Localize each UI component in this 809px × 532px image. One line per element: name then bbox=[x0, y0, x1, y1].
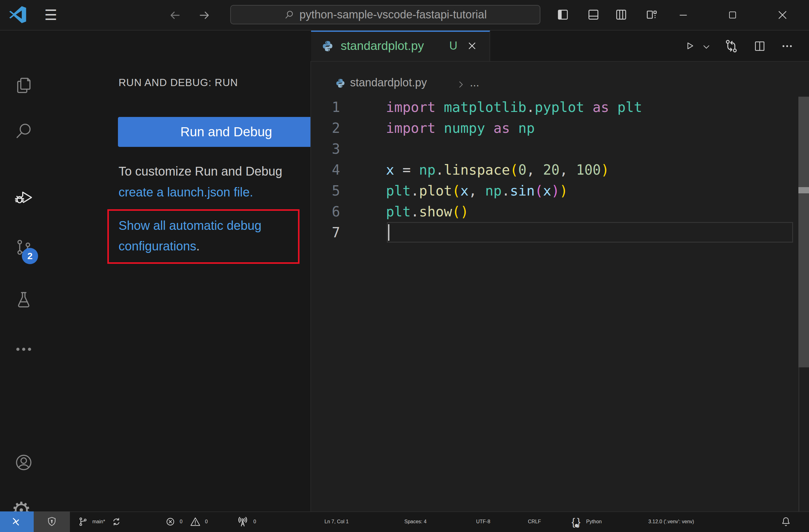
customize-layout-icon[interactable] bbox=[644, 7, 659, 22]
tab-close-icon[interactable] bbox=[467, 40, 477, 51]
additional-views-icon[interactable] bbox=[14, 339, 34, 359]
code-text: x = np.linspace(0, 20, 100) bbox=[386, 162, 609, 178]
accounts-icon[interactable] bbox=[14, 453, 34, 473]
line-number: 6 bbox=[310, 203, 340, 219]
indentation-item[interactable]: Spaces: 4 bbox=[404, 511, 427, 532]
workspace-trust-item[interactable] bbox=[34, 511, 70, 532]
toggle-secondary-sidebar-icon[interactable] bbox=[614, 7, 629, 22]
code-line[interactable]: 2import numpy as np bbox=[310, 118, 809, 139]
python-file-icon bbox=[321, 40, 334, 52]
command-center-search[interactable]: python-sample-vscode-fastapi-tutorial bbox=[230, 5, 540, 24]
code-line[interactable]: 3 bbox=[310, 139, 809, 159]
remote-indicator[interactable] bbox=[0, 511, 34, 532]
text-cursor bbox=[388, 224, 389, 241]
back-icon[interactable] bbox=[169, 9, 182, 22]
encoding-item[interactable]: UTF-8 bbox=[476, 511, 490, 532]
warning-count: 0 bbox=[205, 519, 208, 525]
language-mode-item[interactable]: {} Python bbox=[572, 511, 602, 532]
maximize-button[interactable] bbox=[723, 0, 742, 30]
sidebar-title: RUN AND DEBUG: RUN bbox=[119, 77, 238, 89]
run-and-debug-icon[interactable] bbox=[14, 186, 34, 206]
shield-icon bbox=[46, 516, 58, 528]
language-label: Python bbox=[586, 519, 602, 525]
breadcrumb-chevron-icon bbox=[456, 80, 465, 89]
create-launch-json-link[interactable]: create a launch.json file. bbox=[119, 185, 253, 199]
source-control-badge: 2 bbox=[22, 248, 38, 264]
title-bar: ☰ python-sample-vscode-fastapi-tutorial bbox=[0, 0, 809, 31]
sync-icon bbox=[111, 516, 122, 527]
breadcrumb-python-icon bbox=[335, 78, 346, 89]
run-python-file-icon[interactable] bbox=[684, 40, 696, 52]
code-area[interactable]: 1import matplotlib.pyplot as plt2import … bbox=[310, 97, 809, 243]
toggle-sidebar-icon[interactable] bbox=[556, 7, 570, 22]
tab-modified-indicator: U bbox=[449, 31, 458, 61]
close-button[interactable] bbox=[773, 0, 792, 30]
code-line[interactable]: 1import matplotlib.pyplot as plt bbox=[310, 97, 809, 118]
line-number: 4 bbox=[310, 162, 340, 178]
code-line[interactable]: 6plt.show() bbox=[310, 201, 809, 222]
show-auto-debug-configs-link[interactable]: Show all automatic debug configurations. bbox=[119, 215, 261, 256]
explorer-icon[interactable] bbox=[14, 75, 34, 95]
forward-icon[interactable] bbox=[198, 9, 211, 22]
minimize-button[interactable] bbox=[674, 0, 693, 30]
problems-item[interactable]: 0 0 bbox=[165, 511, 208, 532]
vscode-logo-icon bbox=[9, 6, 27, 24]
git-branch-icon bbox=[78, 516, 89, 527]
error-count: 0 bbox=[180, 519, 183, 525]
search-icon bbox=[284, 10, 294, 20]
split-editor-icon[interactable] bbox=[753, 39, 767, 53]
menu-icon[interactable]: ☰ bbox=[44, 0, 57, 30]
breadcrumb-file[interactable]: standardplot.py bbox=[350, 76, 427, 89]
activity-bar: 2 ⚙ BR bbox=[0, 31, 48, 511]
line-number: 2 bbox=[310, 120, 340, 136]
testing-icon[interactable] bbox=[14, 290, 34, 310]
toggle-panel-icon[interactable] bbox=[586, 7, 601, 22]
error-icon bbox=[165, 516, 176, 527]
window-edge-divider bbox=[798, 367, 799, 511]
search-value: python-sample-vscode-fastapi-tutorial bbox=[299, 8, 487, 21]
background-scrollbar-thumb bbox=[798, 187, 809, 193]
breadcrumb-more[interactable]: ... bbox=[470, 76, 479, 89]
warning-icon bbox=[189, 516, 201, 528]
open-changes-icon[interactable] bbox=[723, 38, 739, 54]
cursor-position-item[interactable]: Ln 7, Col 1 bbox=[325, 511, 348, 532]
code-line[interactable]: 4x = np.linspace(0, 20, 100) bbox=[310, 159, 809, 180]
line-number: 5 bbox=[310, 183, 340, 199]
remote-icon bbox=[11, 516, 22, 527]
background-window-strip bbox=[798, 97, 809, 367]
code-text: plt.show() bbox=[386, 203, 469, 219]
radio-tower-icon bbox=[236, 515, 249, 529]
search-view-icon[interactable] bbox=[14, 121, 34, 141]
code-line[interactable]: 5plt.plot(x, np.sin(x)) bbox=[310, 180, 809, 201]
run-and-debug-button[interactable]: Run and Debug bbox=[118, 117, 334, 147]
customize-hint: To customize Run and Debug create a laun… bbox=[119, 161, 282, 203]
code-text: import numpy as np bbox=[386, 120, 535, 136]
python-interpreter-item[interactable]: 3.12.0 ('.venv': venv) bbox=[648, 511, 694, 532]
line-number: 3 bbox=[310, 141, 340, 157]
line-number: 1 bbox=[310, 99, 340, 115]
current-line-highlight bbox=[387, 222, 793, 243]
hint-text: To customize Run and Debug bbox=[119, 164, 282, 178]
run-dropdown-chevron-icon[interactable] bbox=[702, 42, 711, 51]
tab-label[interactable]: standardplot.py bbox=[341, 31, 424, 61]
ports-item[interactable]: 0 bbox=[236, 511, 256, 532]
ports-count: 0 bbox=[253, 519, 256, 525]
editor-more-actions-icon[interactable] bbox=[780, 39, 794, 53]
line-number: 7 bbox=[310, 225, 340, 241]
language-braces-icon: {} bbox=[572, 516, 583, 528]
branch-item[interactable]: main* bbox=[78, 511, 122, 532]
eol-item[interactable]: CRLF bbox=[528, 511, 541, 532]
branch-label: main* bbox=[92, 519, 105, 525]
notifications-bell-icon[interactable] bbox=[780, 511, 792, 532]
code-text: import matplotlib.pyplot as plt bbox=[386, 99, 642, 115]
code-text: plt.plot(x, np.sin(x)) bbox=[386, 183, 568, 199]
run-and-debug-sidebar: RUN AND DEBUG: RUN Run and Debug To cust… bbox=[48, 31, 310, 511]
